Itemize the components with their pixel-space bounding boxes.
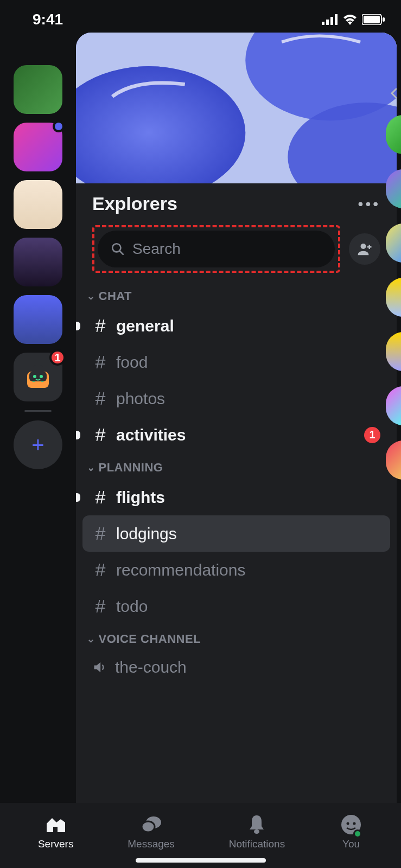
svg-point-13 (40, 375, 43, 378)
category-voice[interactable]: ⌄ VOICE CHANNEL (82, 624, 390, 650)
svg-rect-5 (364, 16, 380, 23)
svg-rect-1 (326, 20, 329, 25)
server-banner[interactable] (76, 33, 397, 183)
member-peek-7[interactable] (386, 441, 401, 480)
servers-icon (44, 815, 67, 834)
svg-point-12 (33, 375, 36, 378)
hash-icon: # (92, 388, 109, 409)
server-icon-3[interactable] (14, 180, 62, 229)
channel-food[interactable]: # food (82, 344, 390, 380)
online-status-dot (353, 829, 362, 838)
svg-rect-10 (33, 365, 43, 373)
channel-label: food (116, 353, 380, 372)
member-peek-3[interactable] (386, 224, 401, 263)
svg-point-25 (142, 821, 155, 832)
channel-label: the-couch (115, 658, 380, 676)
search-icon (111, 242, 125, 256)
server-notification-dot (53, 120, 65, 132)
channel-recommendations[interactable]: # recommendations (82, 552, 390, 588)
member-peek-rail (386, 33, 401, 480)
channel-list[interactable]: ⌄ CHAT # general # food # photos # activ… (76, 282, 397, 803)
server-icon-2[interactable] (14, 123, 62, 171)
channel-general[interactable]: # general (82, 308, 390, 344)
member-peek-6[interactable] (386, 386, 401, 425)
category-label: PLANNING (99, 461, 163, 475)
server-icon-4[interactable] (14, 238, 62, 286)
member-peek-1[interactable] (386, 115, 401, 154)
search-highlight-annotation: Search (92, 225, 340, 273)
invite-button[interactable] (349, 233, 380, 265)
battery-icon (362, 14, 385, 25)
status-icons (322, 14, 385, 25)
svg-point-29 (353, 822, 356, 825)
search-input[interactable]: Search (98, 231, 335, 267)
home-indicator[interactable] (136, 858, 266, 863)
hash-icon: # (92, 523, 109, 544)
category-chat[interactable]: ⌄ CHAT (82, 282, 390, 308)
svg-rect-2 (330, 17, 333, 25)
member-peek-2[interactable] (386, 169, 401, 208)
svg-rect-6 (383, 17, 385, 22)
bell-icon (247, 814, 266, 835)
server-name[interactable]: Explorers (92, 193, 177, 214)
unread-indicator (76, 493, 80, 502)
channel-label: photos (116, 390, 380, 408)
channel-photos[interactable]: # photos (82, 380, 390, 417)
category-label: VOICE CHANNEL (99, 632, 201, 646)
server-icon-6[interactable]: 1 (14, 353, 62, 401)
member-peek-4[interactable] (386, 278, 401, 317)
svg-point-21 (361, 244, 366, 249)
cellular-icon (322, 14, 338, 25)
hash-icon: # (92, 487, 109, 508)
chevron-down-icon: ⌄ (87, 633, 96, 645)
channel-label: general (116, 317, 380, 335)
chevron-down-icon: ⌄ (87, 290, 96, 302)
chevron-down-icon: ⌄ (87, 462, 96, 474)
nav-notifications[interactable]: Notifications (229, 814, 285, 850)
status-time: 9:41 (33, 11, 63, 28)
channel-the-couch[interactable]: the-couch (82, 650, 390, 684)
add-user-icon (357, 241, 373, 257)
server-more-button[interactable]: ••• (358, 195, 380, 213)
hash-icon: # (92, 424, 109, 445)
server-rail: 1 + (0, 33, 76, 803)
back-icon[interactable] (388, 87, 401, 100)
channel-label: flights (116, 488, 380, 507)
channel-lodgings[interactable]: # lodgings (82, 515, 390, 552)
server-header: Explorers ••• (76, 183, 397, 220)
channel-flights[interactable]: # flights (82, 479, 390, 515)
wifi-icon (342, 14, 358, 25)
speaker-icon (92, 660, 107, 675)
hash-icon: # (92, 352, 109, 373)
nav-label: Servers (38, 838, 73, 850)
channel-todo[interactable]: # todo (82, 588, 390, 624)
messages-icon (141, 815, 162, 834)
nav-servers[interactable]: Servers (38, 814, 73, 850)
nav-messages[interactable]: Messages (128, 814, 175, 850)
unread-indicator (76, 431, 80, 439)
channel-label: recommendations (116, 561, 380, 579)
channel-label: lodgings (116, 525, 380, 543)
svg-line-20 (119, 251, 123, 254)
hash-icon: # (92, 315, 109, 336)
member-peek-5[interactable] (386, 332, 401, 371)
category-planning[interactable]: ⌄ PLANNING (82, 453, 390, 479)
channel-label: activities (116, 426, 357, 444)
server-icon-5[interactable] (14, 295, 62, 344)
category-label: CHAT (99, 289, 132, 303)
add-server-button[interactable]: + (14, 420, 62, 469)
plus-icon: + (31, 433, 44, 457)
channel-label: todo (116, 597, 380, 616)
svg-rect-3 (335, 14, 338, 25)
svg-point-28 (347, 822, 349, 825)
nav-label: Messages (128, 838, 175, 850)
hash-icon: # (92, 596, 109, 617)
server-icon-1[interactable] (14, 65, 62, 114)
hash-icon: # (92, 559, 109, 580)
nav-you[interactable]: You (339, 814, 363, 850)
server-divider (24, 410, 52, 412)
status-bar: 9:41 (0, 0, 401, 33)
nav-label: Notifications (229, 838, 285, 850)
svg-rect-0 (322, 22, 324, 25)
channel-activities[interactable]: # activities 1 (82, 417, 390, 453)
